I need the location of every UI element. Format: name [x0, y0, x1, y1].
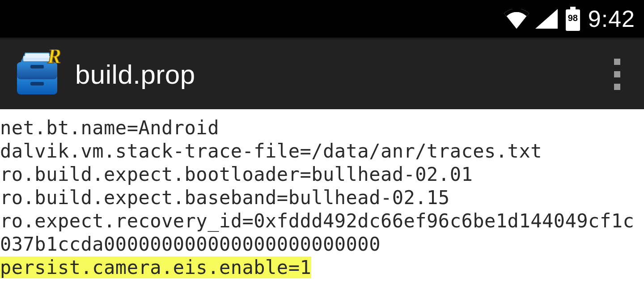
- cellular-signal-icon: [535, 9, 558, 29]
- app-title: build.prop: [75, 59, 590, 90]
- status-clock: 9:42: [588, 5, 635, 32]
- overflow-dot-icon: [614, 59, 620, 65]
- svg-rect-0: [570, 7, 576, 9]
- app-bar: R build.prop: [0, 39, 644, 109]
- app-icon: R: [13, 50, 62, 99]
- status-bar: 98 9:42: [0, 0, 644, 39]
- wifi-icon: [504, 9, 529, 29]
- text-editor-content[interactable]: net.bt.name=Androiddalvik.vm.stack-trace…: [0, 109, 644, 279]
- overflow-menu-button[interactable]: [604, 52, 631, 97]
- svg-text:R: R: [47, 50, 61, 68]
- overflow-dot-icon: [614, 71, 620, 77]
- overflow-dot-icon: [614, 84, 620, 90]
- svg-rect-4: [30, 65, 44, 68]
- file-line: ro.build.expect.bootloader=bullhead-02.0…: [0, 163, 644, 186]
- battery-level-text: 98: [568, 13, 578, 23]
- file-line: ro.expect.recovery_id=0xfddd492dc66ef96c…: [0, 209, 644, 256]
- svg-rect-5: [30, 82, 44, 85]
- file-line: dalvik.vm.stack-trace-file=/data/anr/tra…: [0, 140, 644, 163]
- svg-rect-7: [25, 53, 49, 58]
- battery-icon: 98: [564, 7, 582, 31]
- file-line: ro.build.expect.baseband=bullhead-02.15: [0, 186, 644, 209]
- file-line-highlighted: persist.camera.eis.enable=1: [0, 256, 311, 278]
- file-line: net.bt.name=Android: [0, 116, 644, 140]
